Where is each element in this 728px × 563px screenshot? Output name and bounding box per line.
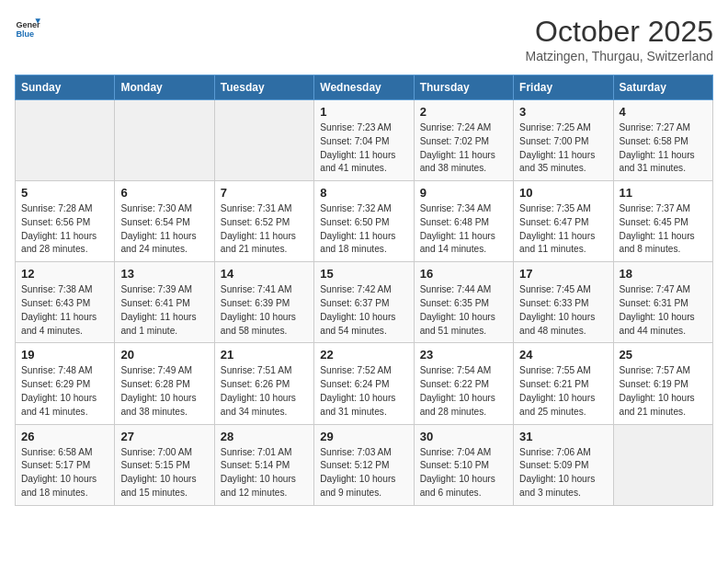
day-info: Sunrise: 7:06 AMSunset: 5:09 PMDaylight:… <box>519 446 607 500</box>
day-number: 11 <box>620 186 707 200</box>
day-number: 14 <box>221 267 308 281</box>
week-row-5: 26Sunrise: 6:58 AMSunset: 5:17 PMDayligh… <box>16 424 713 505</box>
week-row-3: 12Sunrise: 7:38 AMSunset: 6:43 PMDayligh… <box>16 262 713 343</box>
day-number: 2 <box>420 105 507 119</box>
day-number: 22 <box>320 348 407 362</box>
day-cell: 30Sunrise: 7:04 AMSunset: 5:10 PMDayligh… <box>414 424 513 505</box>
day-number: 21 <box>221 348 308 362</box>
day-number: 8 <box>320 186 407 200</box>
day-cell: 9Sunrise: 7:34 AMSunset: 6:48 PMDaylight… <box>414 181 513 262</box>
day-cell <box>613 424 712 505</box>
day-info: Sunrise: 7:30 AMSunset: 6:54 PMDaylight:… <box>120 202 208 257</box>
day-info: Sunrise: 7:52 AMSunset: 6:24 PMDaylight:… <box>320 364 407 419</box>
day-cell: 13Sunrise: 7:39 AMSunset: 6:41 PMDayligh… <box>115 262 214 343</box>
day-number: 30 <box>420 430 507 443</box>
day-info: Sunrise: 7:38 AMSunset: 6:43 PMDaylight:… <box>21 283 108 338</box>
day-info: Sunrise: 7:42 AMSunset: 6:37 PMDaylight:… <box>320 283 407 338</box>
day-info: Sunrise: 7:01 AMSunset: 5:14 PMDaylight:… <box>221 446 308 500</box>
day-info: Sunrise: 7:48 AMSunset: 6:29 PMDaylight:… <box>21 364 108 419</box>
day-cell: 19Sunrise: 7:48 AMSunset: 6:29 PMDayligh… <box>16 343 115 424</box>
day-number: 24 <box>519 348 607 362</box>
day-cell <box>16 100 115 181</box>
day-number: 17 <box>519 267 607 281</box>
day-number: 29 <box>320 430 407 443</box>
day-number: 12 <box>21 267 108 281</box>
day-number: 18 <box>620 267 707 281</box>
day-cell: 2Sunrise: 7:24 AMSunset: 7:02 PMDaylight… <box>414 100 513 181</box>
day-number: 16 <box>420 267 507 281</box>
day-number: 10 <box>519 186 607 200</box>
day-info: Sunrise: 7:28 AMSunset: 6:56 PMDaylight:… <box>21 202 108 257</box>
day-number: 25 <box>620 348 707 362</box>
day-cell: 8Sunrise: 7:32 AMSunset: 6:50 PMDaylight… <box>314 181 414 262</box>
day-number: 20 <box>120 348 208 362</box>
day-header-thursday: Thursday <box>414 75 513 100</box>
days-header-row: SundayMondayTuesdayWednesdayThursdayFrid… <box>16 75 713 100</box>
day-cell: 26Sunrise: 6:58 AMSunset: 5:17 PMDayligh… <box>16 424 115 505</box>
day-info: Sunrise: 7:37 AMSunset: 6:45 PMDaylight:… <box>620 202 707 257</box>
day-cell: 27Sunrise: 7:00 AMSunset: 5:15 PMDayligh… <box>115 424 214 505</box>
day-number: 1 <box>320 105 407 119</box>
day-number: 19 <box>21 348 108 362</box>
day-info: Sunrise: 7:03 AMSunset: 5:12 PMDaylight:… <box>320 446 407 500</box>
day-number: 13 <box>120 267 208 281</box>
day-info: Sunrise: 7:51 AMSunset: 6:26 PMDaylight:… <box>221 364 308 419</box>
day-cell: 14Sunrise: 7:41 AMSunset: 6:39 PMDayligh… <box>214 262 313 343</box>
svg-text:Blue: Blue <box>16 29 34 39</box>
day-cell <box>214 100 313 181</box>
day-header-wednesday: Wednesday <box>314 75 414 100</box>
day-info: Sunrise: 7:00 AMSunset: 5:15 PMDaylight:… <box>120 446 208 500</box>
day-number: 15 <box>320 267 407 281</box>
week-row-4: 19Sunrise: 7:48 AMSunset: 6:29 PMDayligh… <box>16 343 713 424</box>
day-number: 7 <box>221 186 308 200</box>
day-cell: 28Sunrise: 7:01 AMSunset: 5:14 PMDayligh… <box>214 424 313 505</box>
day-number: 5 <box>21 186 108 200</box>
day-info: Sunrise: 7:34 AMSunset: 6:48 PMDaylight:… <box>420 202 507 257</box>
day-cell: 12Sunrise: 7:38 AMSunset: 6:43 PMDayligh… <box>16 262 115 343</box>
day-cell <box>115 100 214 181</box>
day-info: Sunrise: 7:04 AMSunset: 5:10 PMDaylight:… <box>420 446 507 500</box>
day-info: Sunrise: 7:41 AMSunset: 6:39 PMDaylight:… <box>221 283 308 338</box>
day-cell: 16Sunrise: 7:44 AMSunset: 6:35 PMDayligh… <box>414 262 513 343</box>
day-header-saturday: Saturday <box>613 75 712 100</box>
day-cell: 11Sunrise: 7:37 AMSunset: 6:45 PMDayligh… <box>613 181 712 262</box>
day-cell: 21Sunrise: 7:51 AMSunset: 6:26 PMDayligh… <box>214 343 313 424</box>
day-cell: 10Sunrise: 7:35 AMSunset: 6:47 PMDayligh… <box>514 181 613 262</box>
day-cell: 22Sunrise: 7:52 AMSunset: 6:24 PMDayligh… <box>314 343 414 424</box>
day-cell: 20Sunrise: 7:49 AMSunset: 6:28 PMDayligh… <box>115 343 214 424</box>
day-cell: 17Sunrise: 7:45 AMSunset: 6:33 PMDayligh… <box>514 262 613 343</box>
calendar-table: SundayMondayTuesdayWednesdayThursdayFrid… <box>15 75 713 506</box>
day-info: Sunrise: 7:39 AMSunset: 6:41 PMDaylight:… <box>120 283 208 338</box>
day-info: Sunrise: 7:32 AMSunset: 6:50 PMDaylight:… <box>320 202 407 257</box>
day-info: Sunrise: 7:24 AMSunset: 7:02 PMDaylight:… <box>420 121 507 176</box>
day-number: 4 <box>620 105 707 119</box>
logo: General Blue <box>15 15 40 40</box>
day-header-monday: Monday <box>115 75 214 100</box>
day-cell: 25Sunrise: 7:57 AMSunset: 6:19 PMDayligh… <box>613 343 712 424</box>
day-header-tuesday: Tuesday <box>214 75 313 100</box>
day-header-sunday: Sunday <box>16 75 115 100</box>
day-info: Sunrise: 6:58 AMSunset: 5:17 PMDaylight:… <box>21 446 108 500</box>
day-cell: 3Sunrise: 7:25 AMSunset: 7:00 PMDaylight… <box>514 100 613 181</box>
day-info: Sunrise: 7:25 AMSunset: 7:00 PMDaylight:… <box>519 121 607 176</box>
svg-text:General: General <box>16 20 40 29</box>
day-number: 3 <box>519 105 607 119</box>
day-cell: 15Sunrise: 7:42 AMSunset: 6:37 PMDayligh… <box>314 262 414 343</box>
day-cell: 23Sunrise: 7:54 AMSunset: 6:22 PMDayligh… <box>414 343 513 424</box>
day-info: Sunrise: 7:27 AMSunset: 6:58 PMDaylight:… <box>620 121 707 176</box>
day-number: 26 <box>21 430 108 443</box>
day-info: Sunrise: 7:55 AMSunset: 6:21 PMDaylight:… <box>519 364 607 419</box>
day-cell: 6Sunrise: 7:30 AMSunset: 6:54 PMDaylight… <box>115 181 214 262</box>
week-row-1: 1Sunrise: 7:23 AMSunset: 7:04 PMDaylight… <box>16 100 713 181</box>
day-cell: 4Sunrise: 7:27 AMSunset: 6:58 PMDaylight… <box>613 100 712 181</box>
day-info: Sunrise: 7:47 AMSunset: 6:31 PMDaylight:… <box>620 283 707 338</box>
month-title: October 2025 <box>526 15 713 49</box>
day-number: 9 <box>420 186 507 200</box>
page-header: General Blue October 2025 Matzingen, Thu… <box>15 15 713 63</box>
day-cell: 5Sunrise: 7:28 AMSunset: 6:56 PMDaylight… <box>16 181 115 262</box>
day-number: 27 <box>120 430 208 443</box>
day-info: Sunrise: 7:54 AMSunset: 6:22 PMDaylight:… <box>420 364 507 419</box>
day-cell: 29Sunrise: 7:03 AMSunset: 5:12 PMDayligh… <box>314 424 414 505</box>
day-info: Sunrise: 7:23 AMSunset: 7:04 PMDaylight:… <box>320 121 407 176</box>
day-cell: 31Sunrise: 7:06 AMSunset: 5:09 PMDayligh… <box>514 424 613 505</box>
